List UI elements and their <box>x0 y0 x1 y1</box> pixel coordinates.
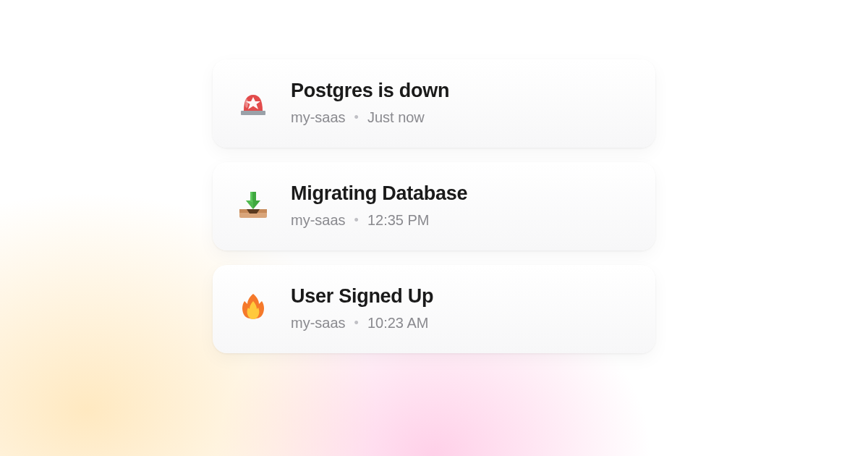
project-name: my-saas <box>291 212 346 229</box>
notification-meta: my-saas • 12:35 PM <box>291 212 632 229</box>
notification-body: User Signed Up my-saas • 10:23 AM <box>291 285 632 332</box>
notification-card[interactable]: Postgres is down my-saas • Just now <box>213 59 655 148</box>
notification-title: Migrating Database <box>291 182 632 205</box>
notification-title: Postgres is down <box>291 80 632 102</box>
project-name: my-saas <box>291 315 346 332</box>
meta-separator: • <box>354 110 359 125</box>
notification-title: User Signed Up <box>291 285 632 308</box>
notification-list: Postgres is down my-saas • Just now Migr… <box>213 59 655 353</box>
fire-icon <box>236 290 271 324</box>
notification-meta: my-saas • 10:23 AM <box>291 315 632 332</box>
notification-card[interactable]: Migrating Database my-saas • 12:35 PM <box>213 162 655 250</box>
notification-time: 10:23 AM <box>367 315 429 332</box>
notification-time: 12:35 PM <box>367 212 430 229</box>
svg-point-1 <box>245 99 248 108</box>
notification-body: Postgres is down my-saas • Just now <box>291 80 632 126</box>
meta-separator: • <box>354 316 359 331</box>
meta-separator: • <box>354 213 359 228</box>
svg-rect-5 <box>250 192 252 202</box>
notification-card[interactable]: User Signed Up my-saas • 10:23 AM <box>213 265 655 353</box>
inbox-download-icon <box>236 187 271 221</box>
project-name: my-saas <box>291 109 346 126</box>
notification-time: Just now <box>367 109 425 126</box>
svg-rect-0 <box>241 111 265 115</box>
notification-body: Migrating Database my-saas • 12:35 PM <box>291 182 632 229</box>
notification-meta: my-saas • Just now <box>291 109 632 126</box>
siren-icon <box>236 84 271 119</box>
